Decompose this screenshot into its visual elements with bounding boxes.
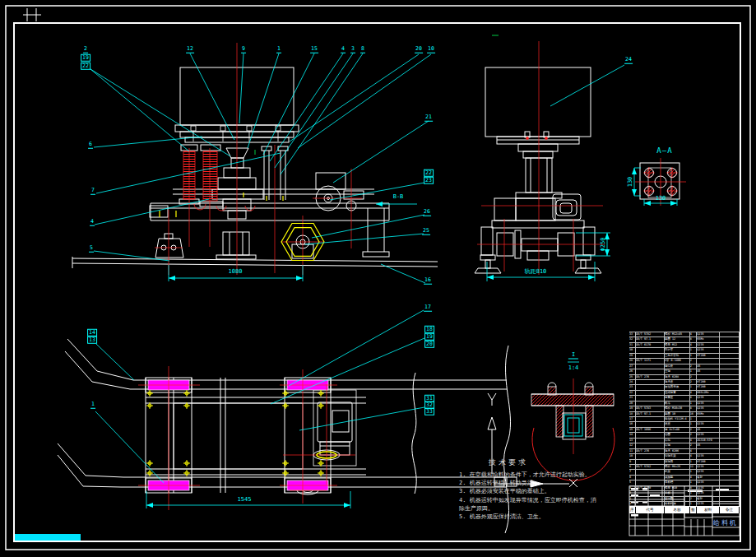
bom-cell: 3: [629, 491, 636, 495]
bom-cell: Q235: [697, 454, 720, 458]
bom-cell: 20: [629, 402, 636, 406]
bom-row: 22压缩弹簧460Si2Mn: [629, 390, 740, 395]
bom-cell: 2: [690, 380, 698, 384]
bom-cell: 5: [629, 480, 636, 485]
bom-cell: 4: [690, 439, 698, 443]
bom-cell: 27: [629, 364, 636, 369]
balloon-label: 22: [81, 63, 90, 70]
bom-cell: GB/T 6170: [636, 343, 665, 347]
bom-cell: GB/T 97.1: [636, 412, 665, 416]
bom-cell: 12: [690, 465, 698, 469]
dim-front-width: 1080: [229, 269, 243, 275]
bom-cell: [720, 348, 740, 352]
bom-cell: 24: [629, 380, 636, 384]
bom-cell: [636, 364, 665, 369]
bom-cell: 2: [690, 443, 698, 448]
bom-cell: 偏心块: [665, 364, 690, 369]
bom-row: 5导料槽1Q235: [629, 480, 740, 485]
bom-cell: [720, 502, 740, 506]
bom-cell: Q235: [697, 348, 720, 352]
bom-cell: 1: [690, 502, 698, 506]
detail-label: I: [568, 352, 578, 360]
bom-cell: 螺栓 M12×45: [665, 332, 690, 337]
bom-cell: [636, 380, 665, 384]
bom-row: 29三角皮带轮1HT200: [629, 353, 740, 358]
bom-row: 27偏心块245: [629, 364, 740, 369]
bom-row: 17电动机 Y112M-41: [629, 416, 740, 421]
bom-row: 31GB/T 6170螺母 M124Q235: [629, 342, 740, 347]
bom-cell: [720, 406, 740, 411]
bom-cell: [720, 433, 740, 437]
bom-cell: [636, 417, 665, 421]
bom-cell: 轮轴支架: [665, 454, 690, 458]
bom-cell: 主轴: [665, 369, 690, 374]
balloon-label: 15: [310, 46, 318, 53]
bom-cell: 25: [629, 375, 636, 379]
bom-cell: 65Mn: [697, 337, 720, 341]
bom-cell: [720, 337, 740, 341]
bom-cell: 1: [629, 502, 636, 506]
cad-drawing-sheet: A—A B-B 1080 轨距810 Φ250 1545 130 130 I 1…: [0, 0, 756, 557]
bom-row: 32GB/T 97.1垫圈 12865Mn: [629, 337, 740, 341]
bom-cell: 16: [690, 412, 698, 416]
bom-row: 11GB/T 276轴承 62064: [629, 448, 740, 453]
balloon-label: 25: [422, 228, 430, 235]
bom-cell: [720, 402, 740, 406]
bom-cell: 机架: [665, 470, 690, 474]
balloon-label: 10: [427, 46, 435, 53]
bom-cell: 23: [629, 385, 636, 389]
drawing-title: 给料机: [713, 518, 738, 527]
bom-cell: 8: [629, 465, 636, 469]
bom-row: 20料斗1Q235: [629, 401, 740, 406]
bom-cell: 2: [629, 497, 636, 501]
bom-cell: 12: [629, 443, 636, 448]
bom-cell: GB/T 1096: [636, 428, 665, 432]
bom-cell: [720, 454, 740, 458]
dim-side-gauge: 轨距810: [525, 269, 547, 275]
bom-cell: [720, 439, 740, 443]
balloon-label: 1: [276, 46, 281, 53]
bom-cell: Q235: [697, 502, 720, 506]
bom-cell: [636, 497, 665, 501]
bom-cell: [636, 476, 665, 480]
bom-cell: 键 8×7×40: [665, 428, 690, 432]
bom-cell: Q235: [697, 406, 720, 411]
technical-requirements: 技术要求 1. 在空载和给料的条件下，才允许进行起动实验。2. 机器运转平稳，转…: [459, 457, 648, 521]
bom-cell: [720, 491, 740, 495]
balloon-label: 33: [424, 408, 434, 415]
balloon-label: 21: [424, 114, 433, 122]
bom-cell: [697, 375, 720, 379]
bom-row: 15GB/T 1096键 8×7×40245: [629, 427, 740, 432]
bom-cell: 1: [690, 470, 698, 474]
bom-cell: 4: [690, 332, 698, 337]
balloon-label: 2: [83, 46, 88, 53]
bom-cell: [720, 449, 740, 453]
bom-row: 1给料机体1Q235: [629, 501, 740, 506]
bom-cell: [636, 396, 665, 400]
bom-cell: 2: [690, 375, 698, 379]
balloon-label: 19: [424, 333, 434, 341]
bom-cell: [720, 417, 740, 421]
bom-cell: 1: [690, 422, 698, 426]
bom-cell: 1: [690, 354, 698, 358]
bom-cell: 1: [690, 385, 698, 389]
bom-cell: [720, 380, 740, 384]
bom-row: 3盖板1Q235: [629, 490, 740, 495]
bom-cell: [720, 354, 740, 358]
bom-cell: [720, 359, 740, 363]
bom-cell: 10: [629, 454, 636, 458]
bom-cell: [720, 486, 740, 490]
bom-cell: 21: [629, 396, 636, 400]
bom-cell: Q235: [697, 465, 720, 469]
bom-cell: Q235: [697, 422, 720, 426]
bom-cell: 螺栓 M10×30: [665, 406, 690, 411]
bom-cell: 螺母 M10: [665, 486, 690, 490]
bom-cell: [636, 433, 665, 437]
bom-cell: 轴承座: [665, 380, 690, 384]
bom-cell: [720, 465, 740, 469]
balloon-label: 22: [424, 169, 434, 177]
bom-row: 13车轮4ZG310-570: [629, 438, 740, 443]
bom-cell: [636, 491, 665, 495]
bom-cell: 4: [690, 391, 698, 395]
tech-req-title: 技术要求: [489, 457, 648, 468]
